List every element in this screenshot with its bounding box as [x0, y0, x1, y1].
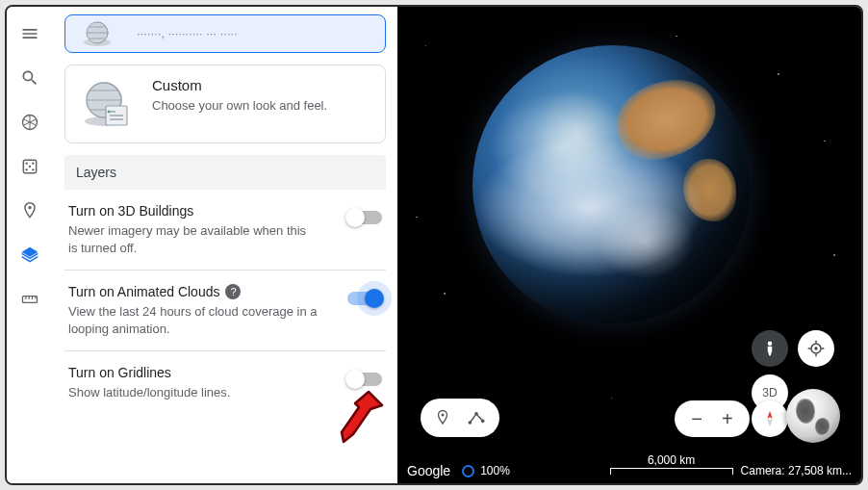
style-card-partial-text: ·······, ·········· ··· ····· — [137, 25, 238, 42]
toggle-gridlines[interactable] — [347, 373, 382, 386]
menu-icon[interactable] — [20, 24, 39, 43]
my-location-button[interactable] — [798, 330, 834, 367]
svg-point-4 — [29, 166, 31, 168]
pin-icon — [434, 409, 451, 426]
row-sub: Show latitude/longitude lines. — [68, 384, 319, 401]
zoom-in-icon[interactable]: + — [722, 408, 733, 430]
google-logo: Google — [407, 463, 450, 478]
toggle-animated-clouds[interactable] — [347, 292, 382, 305]
style-card-custom[interactable]: Custom Choose your own look and feel. — [64, 64, 386, 143]
measure-icon[interactable] — [20, 290, 39, 309]
side-panel: ·······, ·········· ··· ····· Custom Cho… — [53, 7, 397, 483]
layers-icon[interactable] — [20, 245, 39, 265]
row-title: Turn on Gridlines — [68, 365, 338, 380]
map-canvas[interactable]: 3D − + Google 100% 6,000 km Camera: 27,5… — [397, 7, 861, 483]
compass-button[interactable] — [752, 400, 788, 437]
zoom-control[interactable]: − + — [675, 400, 750, 437]
zoom-out-icon[interactable]: − — [691, 408, 702, 430]
help-icon[interactable]: ? — [225, 284, 241, 299]
layer-row-gridlines: Turn on Gridlines Show latitude/longitud… — [64, 351, 386, 415]
svg-point-7 — [28, 206, 31, 209]
svg-point-6 — [32, 168, 34, 170]
dice-icon[interactable] — [20, 157, 39, 176]
row-title: Turn on 3D Buildings — [68, 203, 338, 219]
overview-globe[interactable] — [786, 389, 840, 443]
svg-point-19 — [768, 342, 773, 347]
style-card-selected[interactable]: ·······, ·········· ··· ····· — [64, 14, 386, 53]
layer-row-3d-buildings: Turn on 3D Buildings Newer imagery may b… — [64, 190, 386, 271]
row-sub: Newer imagery may be available when this… — [68, 222, 319, 256]
svg-point-3 — [32, 163, 34, 165]
svg-point-2 — [26, 163, 28, 165]
projects-icon[interactable] — [20, 201, 39, 220]
earth-globe[interactable] — [472, 45, 752, 324]
progress-ring-icon — [462, 465, 474, 477]
globe-icon — [77, 19, 123, 48]
custom-sub: Choose your own look and feel. — [152, 97, 327, 115]
svg-point-21 — [814, 347, 817, 349]
camera-text: Camera: 27,508 km... — [741, 464, 852, 477]
svg-point-5 — [26, 168, 28, 170]
placemark-tools[interactable] — [421, 399, 499, 437]
row-sub: View the last 24 hours of cloud coverage… — [68, 303, 319, 337]
style-card-text: Custom Choose your own look and feel. — [152, 77, 327, 115]
row-title: Turn on Animated Clouds? — [68, 284, 338, 299]
app-frame: alphr ·······, ·········· ··· ····· Cust… — [5, 5, 863, 485]
custom-title: Custom — [152, 77, 327, 93]
voyager-icon[interactable] — [20, 113, 39, 132]
globe-custom-icon — [77, 77, 139, 131]
search-icon[interactable] — [20, 68, 39, 88]
svg-point-15 — [442, 414, 445, 417]
nav-rail — [7, 7, 53, 483]
scale-bar: 6,000 km — [610, 468, 733, 475]
progress-text: 100% — [480, 464, 510, 477]
toggle-3d-buildings[interactable] — [347, 211, 382, 224]
map-footer: Google 100% 6,000 km Camera: 27,508 km..… — [397, 458, 861, 483]
svg-point-14 — [108, 111, 111, 114]
layers-section-header: Layers — [64, 155, 386, 190]
path-icon — [467, 409, 486, 426]
scale-text: 6,000 km — [611, 453, 732, 467]
pegman-button[interactable] — [752, 330, 788, 367]
layer-row-animated-clouds: Turn on Animated Clouds? View the last 2… — [64, 271, 386, 351]
